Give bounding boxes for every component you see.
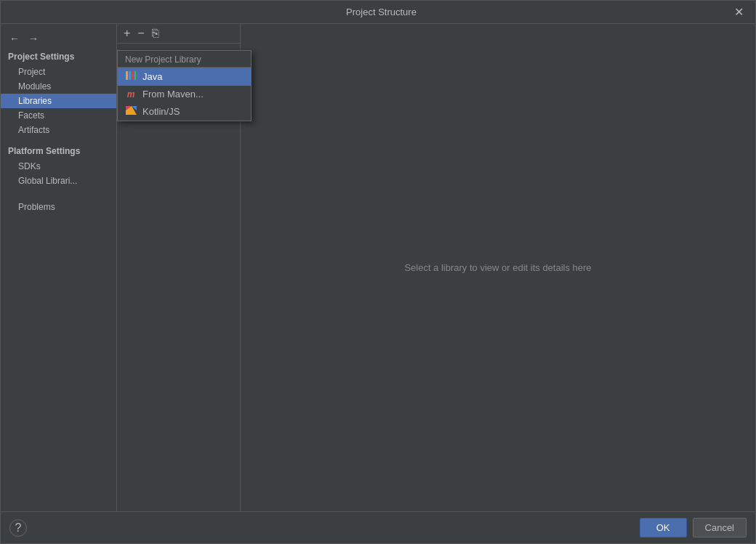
help-button[interactable]: ? xyxy=(9,519,27,537)
forward-button[interactable]: → xyxy=(25,31,41,46)
footer-buttons: OK Cancel xyxy=(640,518,747,537)
sidebar-item-libraries[interactable]: Libraries xyxy=(1,94,116,108)
navigation-buttons: ← → xyxy=(1,28,116,49)
detail-panel: Select a library to view or edit its det… xyxy=(241,24,755,511)
dropdown-item-java-label: Java xyxy=(142,71,162,82)
back-button[interactable]: ← xyxy=(7,31,23,46)
sidebar-item-project[interactable]: Project xyxy=(1,65,116,79)
java-icon xyxy=(125,70,137,83)
library-panel: + − ⎘ New Project Library xyxy=(117,24,241,511)
kotlin-icon xyxy=(125,105,137,118)
cancel-button[interactable]: Cancel xyxy=(693,518,747,537)
title-bar: Project Structure ✕ xyxy=(1,1,755,24)
project-structure-dialog: Project Structure ✕ ← → Project Settings… xyxy=(0,0,756,544)
library-toolbar: + − ⎘ New Project Library xyxy=(117,24,240,44)
ok-button[interactable]: OK xyxy=(640,518,687,537)
sidebar-item-facets[interactable]: Facets xyxy=(1,108,116,123)
dropdown-item-kotlin-label: Kotlin/JS xyxy=(142,106,180,117)
remove-library-button[interactable]: − xyxy=(135,27,146,40)
svg-rect-2 xyxy=(132,71,134,80)
add-library-button[interactable]: + xyxy=(121,27,132,40)
footer: ? OK Cancel xyxy=(1,511,755,543)
dialog-title: Project Structure xyxy=(31,7,731,17)
dropdown-item-maven[interactable]: m From Maven... xyxy=(118,86,251,102)
dropdown-item-java[interactable]: Java xyxy=(118,68,251,86)
sidebar-item-global-libraries[interactable]: Global Librari... xyxy=(1,174,116,188)
main-split: + − ⎘ New Project Library xyxy=(117,24,755,511)
dropdown-item-maven-label: From Maven... xyxy=(142,89,204,100)
svg-rect-3 xyxy=(134,71,136,80)
sidebar-item-artifacts[interactable]: Artifacts xyxy=(1,123,116,137)
sidebar-item-problems[interactable]: Problems xyxy=(1,200,116,214)
dropdown-header: New Project Library xyxy=(118,51,251,68)
content-area: ← → Project Settings Project Modules Lib… xyxy=(1,24,755,511)
sidebar-item-sdks[interactable]: SDKs xyxy=(1,159,116,174)
close-button[interactable]: ✕ xyxy=(731,5,747,19)
sidebar-item-modules[interactable]: Modules xyxy=(1,79,116,94)
project-settings-header: Project Settings xyxy=(1,49,116,65)
svg-rect-1 xyxy=(129,71,131,80)
new-library-dropdown: New Project Library xyxy=(117,50,252,121)
copy-library-button[interactable]: ⎘ xyxy=(150,27,161,40)
dropdown-menu: New Project Library xyxy=(117,50,252,121)
sidebar: ← → Project Settings Project Modules Lib… xyxy=(1,24,117,511)
platform-settings-header: Platform Settings xyxy=(1,143,116,159)
dropdown-item-kotlin[interactable]: Kotlin/JS xyxy=(118,102,251,121)
maven-icon: m xyxy=(125,89,137,100)
svg-rect-0 xyxy=(126,71,128,80)
detail-placeholder: Select a library to view or edit its det… xyxy=(404,262,591,273)
